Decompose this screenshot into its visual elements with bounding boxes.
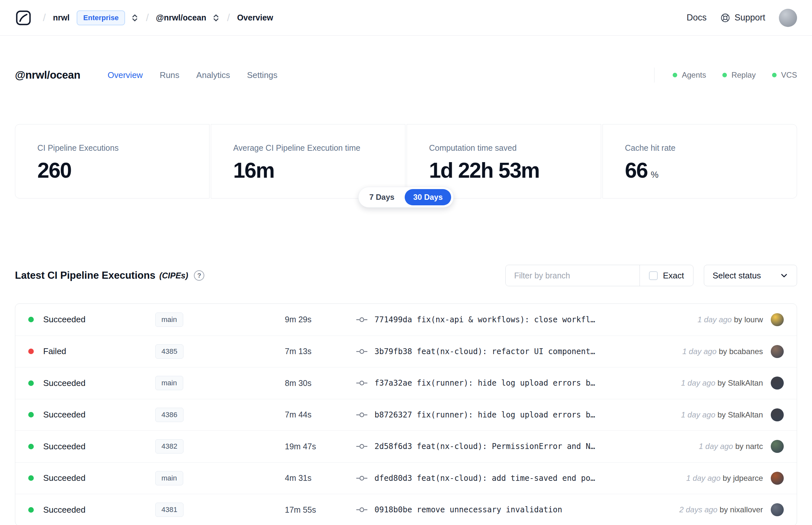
cipe-table-row[interactable]: Succeeded main 4m 31s dfed80d3 feat(nx-c… <box>15 462 797 494</box>
row-author: by lourw <box>734 315 763 324</box>
stat-card-cache-hit-rate: Cache hit rate 66% <box>602 124 797 198</box>
tab-analytics[interactable]: Analytics <box>196 70 230 80</box>
stat-value: 260 <box>37 158 196 183</box>
breadcrumb-org[interactable]: nrwl <box>53 13 70 22</box>
status-label: Succeeded <box>43 505 155 515</box>
divider <box>654 68 655 82</box>
commit-message[interactable]: b8726327 fix(runner): hide log upload er… <box>374 410 673 419</box>
commit-message[interactable]: 771499da fix(nx-api & workflows): close … <box>374 315 690 324</box>
branch-badge[interactable]: main <box>155 313 183 327</box>
duration: 4m 31s <box>285 473 356 483</box>
duration: 7m 44s <box>285 410 356 419</box>
status-dot <box>28 412 34 418</box>
commit-message[interactable]: 0918b0be remove unnecessary invalidation <box>374 505 672 514</box>
breadcrumb-separator: / <box>146 12 149 24</box>
branch-filter-group: Exact <box>505 265 693 286</box>
tab-runs[interactable]: Runs <box>160 70 180 80</box>
row-avatar[interactable] <box>771 408 784 421</box>
git-commit-icon <box>356 315 368 324</box>
commit-message[interactable]: dfed80d3 feat(nx-cloud): add time-saved … <box>374 474 678 483</box>
row-author: by StalkAltan <box>718 378 763 387</box>
green-status-dot <box>673 73 677 77</box>
workspace-header: @nrwl/ocean Overview Runs Analytics Sett… <box>0 66 812 84</box>
cipe-table-row[interactable]: Succeeded main 9m 29s 771499da fix(nx-ap… <box>15 304 797 335</box>
row-avatar[interactable] <box>771 440 784 453</box>
duration: 8m 30s <box>285 378 356 388</box>
row-author: by jdpearce <box>723 474 763 482</box>
row-author: by bcabanes <box>719 347 763 356</box>
status-dot <box>28 349 34 354</box>
select-status-label: Select status <box>713 271 761 281</box>
tab-settings[interactable]: Settings <box>247 70 277 80</box>
git-commit-icon <box>356 411 368 419</box>
status-dot <box>28 475 34 481</box>
row-time: 1 day ago <box>698 315 734 324</box>
duration: 7m 13s <box>285 347 356 356</box>
breadcrumb-workspace[interactable]: @nrwl/ocean <box>156 13 206 22</box>
git-commit-icon <box>356 474 368 482</box>
row-time: 1 day ago <box>681 410 718 419</box>
user-avatar[interactable] <box>779 9 797 27</box>
cipe-table-row[interactable]: Succeeded 4386 7m 44s b8726327 fix(runne… <box>15 399 797 431</box>
cipe-filter-controls: Exact Select status <box>505 265 797 286</box>
exact-match-toggle[interactable]: Exact <box>640 265 693 286</box>
branch-badge[interactable]: main <box>155 376 183 390</box>
tab-overview[interactable]: Overview <box>108 70 142 80</box>
help-icon[interactable]: ? <box>194 270 204 281</box>
status-dot <box>28 507 34 513</box>
duration: 9m 29s <box>285 315 356 324</box>
breadcrumb: / nrwl Enterprise / @nrwl/ocean / Overvi… <box>43 10 273 25</box>
stat-value: 1d 22h 53m <box>429 158 588 183</box>
branch-badge[interactable]: 4381 <box>155 502 184 517</box>
branch-filter-input[interactable] <box>506 265 640 286</box>
date-range-toggle: 7 Days 30 Days <box>358 187 454 208</box>
commit-message[interactable]: 3b79fb38 feat(nx-cloud): refactor UI com… <box>374 347 675 356</box>
range-30-days-button[interactable]: 30 Days <box>405 189 451 205</box>
stat-label: CI Pipeline Executions <box>37 143 196 153</box>
cipe-table-row[interactable]: Succeeded 4381 17m 55s 0918b0be remove u… <box>15 494 797 525</box>
breadcrumb-separator: / <box>43 12 46 24</box>
exact-checkbox[interactable] <box>649 271 658 280</box>
git-commit-icon <box>356 379 368 387</box>
status-label: Succeeded <box>43 473 155 483</box>
row-author: by nixallover <box>720 505 763 514</box>
row-meta: 2 days ago by nixallover <box>679 505 763 514</box>
status-label: Succeeded <box>43 410 155 420</box>
row-avatar[interactable] <box>771 345 784 358</box>
cipe-table: Succeeded main 9m 29s 771499da fix(nx-ap… <box>15 303 797 525</box>
stat-label: Average CI Pipeline Execution time <box>233 143 392 153</box>
workspace-switcher-chevrons-icon[interactable] <box>212 13 220 23</box>
row-avatar[interactable] <box>771 376 784 390</box>
enterprise-badge[interactable]: Enterprise <box>77 10 125 25</box>
branch-badge[interactable]: 4385 <box>155 344 184 359</box>
commit-message[interactable]: 2d58f6d3 feat(nx-cloud): PermissionError… <box>374 442 691 451</box>
branch-badge[interactable]: 4386 <box>155 408 184 422</box>
branch-badge[interactable]: main <box>155 471 183 485</box>
cipe-section-title-suffix: (CIPEs) <box>159 271 188 280</box>
indicator-vcs[interactable]: VCS <box>772 71 797 79</box>
status-label: Succeeded <box>43 378 155 388</box>
indicator-replay[interactable]: Replay <box>722 71 756 79</box>
org-switcher-chevrons-icon[interactable] <box>131 13 139 23</box>
range-7-days-button[interactable]: 7 Days <box>361 189 403 205</box>
row-avatar[interactable] <box>771 503 784 516</box>
indicator-agents[interactable]: Agents <box>673 71 706 79</box>
status-dot <box>28 444 34 449</box>
status-label: Succeeded <box>43 441 155 452</box>
row-avatar[interactable] <box>771 313 784 326</box>
row-time: 1 day ago <box>681 378 718 387</box>
row-meta: 1 day ago by StalkAltan <box>681 410 763 419</box>
status-dot <box>28 380 34 386</box>
breadcrumb-page: Overview <box>237 13 273 22</box>
row-avatar[interactable] <box>771 472 784 485</box>
commit-message[interactable]: f37a32ae fix(runner): hide log upload er… <box>374 378 673 388</box>
cipe-table-row[interactable]: Failed 4385 7m 13s 3b79fb38 feat(nx-clou… <box>15 335 797 368</box>
docs-link[interactable]: Docs <box>687 13 707 23</box>
branch-badge[interactable]: 4382 <box>155 439 184 453</box>
cipe-table-row[interactable]: Succeeded 4382 19m 47s 2d58f6d3 feat(nx-… <box>15 431 797 462</box>
row-time: 1 day ago <box>686 474 723 482</box>
cipe-table-row[interactable]: Succeeded main 8m 30s f37a32ae fix(runne… <box>15 367 797 399</box>
select-status-dropdown[interactable]: Select status <box>704 265 797 286</box>
support-link[interactable]: Support <box>720 13 765 23</box>
nx-cloud-logo[interactable] <box>15 10 32 26</box>
